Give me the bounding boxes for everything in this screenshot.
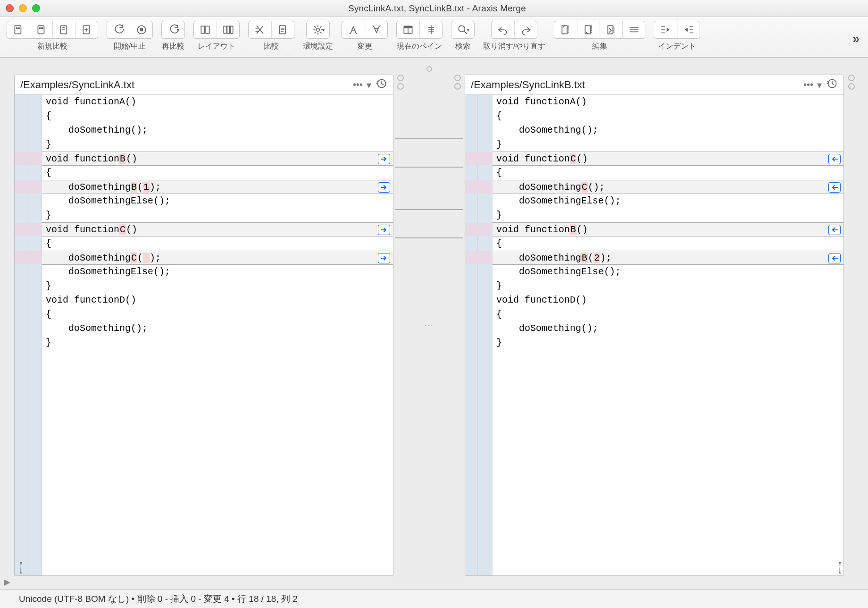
merge-left-button[interactable]	[828, 154, 841, 164]
left-nav-arrows[interactable]: ⭱⭳	[17, 562, 25, 574]
code-line[interactable]: }	[492, 279, 843, 293]
code-line[interactable]: doSomethingC( );	[42, 251, 393, 265]
code-line[interactable]: {	[492, 307, 843, 321]
chevron-down-icon[interactable]: ▾	[367, 79, 371, 91]
save-pane-icon[interactable]	[397, 21, 419, 38]
merge-right-button[interactable]	[378, 253, 390, 263]
code-line[interactable]: }	[492, 336, 843, 350]
stop-icon[interactable]	[130, 21, 152, 38]
toolbar-group-label: 環境設定	[303, 42, 333, 51]
new-3way-icon[interactable]	[30, 21, 52, 38]
recompare-icon[interactable]: ▾	[162, 21, 184, 38]
ring-icon[interactable]	[454, 75, 461, 81]
code-line[interactable]: doSomethingB(2);	[492, 251, 843, 265]
merge-right-button[interactable]	[378, 182, 390, 193]
code-line[interactable]: doSomething();	[42, 123, 393, 137]
code-line[interactable]: doSomething();	[42, 321, 393, 336]
layout-2col-icon[interactable]	[194, 21, 217, 38]
code-line[interactable]: }	[492, 137, 843, 152]
sigma-icon[interactable]	[249, 21, 271, 38]
ring-icon[interactable]	[397, 75, 404, 81]
start-icon[interactable]	[107, 21, 130, 38]
code-line[interactable]: doSomething();	[492, 123, 843, 137]
code-line[interactable]: void functionB()	[492, 222, 843, 236]
path-more-icon[interactable]: •••	[353, 79, 363, 90]
new-2way-icon[interactable]	[7, 21, 30, 38]
edit-a-icon[interactable]	[554, 21, 577, 38]
code-line[interactable]: doSomethingC();	[492, 180, 843, 194]
right-path[interactable]: /Examples/SyncLinkB.txt	[471, 79, 803, 91]
settings-icon[interactable]: ▾	[307, 21, 329, 38]
code-line[interactable]: {	[492, 109, 843, 123]
code-line[interactable]: void functionB()	[42, 152, 393, 166]
code-line[interactable]: }	[42, 137, 393, 152]
right-nav-arrows[interactable]: ⭱⭳	[836, 562, 843, 574]
new-compare-icon[interactable]	[75, 21, 98, 38]
close-icon[interactable]	[6, 4, 14, 12]
code-line[interactable]: {	[492, 236, 843, 251]
toolbar-group-label: 再比較	[162, 42, 184, 51]
history-icon[interactable]	[375, 77, 387, 92]
code-line[interactable]: void functionA()	[42, 95, 393, 109]
code-line[interactable]: }	[42, 208, 393, 222]
align-center-icon[interactable]	[419, 21, 442, 38]
merge-right-button[interactable]	[378, 225, 390, 235]
ring-icon[interactable]	[397, 83, 404, 90]
code-line[interactable]: void functionD()	[42, 293, 393, 307]
next-change-icon[interactable]	[365, 21, 387, 38]
undo-icon[interactable]	[492, 21, 514, 38]
left-path[interactable]: /Examples/SyncLinkA.txt	[20, 79, 353, 91]
code-line[interactable]: doSomethingElse();	[42, 194, 393, 208]
grip-icon[interactable]: ⋯	[424, 320, 434, 330]
code-line[interactable]: doSomethingB(1);	[42, 180, 393, 194]
edit-lines-icon[interactable]	[622, 21, 645, 38]
code-line[interactable]: void functionA()	[492, 95, 843, 109]
toolbar-group-label: インデント	[658, 42, 696, 51]
history-icon[interactable]	[826, 77, 838, 92]
code-line[interactable]: }	[42, 279, 393, 293]
toolbar-group: インデント	[654, 21, 700, 51]
minimize-icon[interactable]	[19, 4, 27, 12]
merge-left-button[interactable]	[828, 225, 841, 235]
new-folder-compare-icon[interactable]	[52, 21, 75, 38]
merge-left-button[interactable]	[828, 253, 841, 263]
code-line[interactable]: doSomethingElse();	[492, 194, 843, 208]
code-line[interactable]: doSomethingElse();	[492, 265, 843, 279]
code-line[interactable]: void functionD()	[492, 293, 843, 307]
code-line[interactable]: void functionC()	[492, 152, 843, 166]
code-line[interactable]: {	[42, 166, 393, 180]
code-line[interactable]: void functionC()	[42, 222, 393, 236]
search-icon[interactable]: ▾	[451, 21, 474, 38]
code-line[interactable]: doSomethingElse();	[42, 265, 393, 279]
ring-icon[interactable]	[848, 75, 855, 81]
ring-icon[interactable]	[454, 83, 461, 90]
chevron-down-icon[interactable]: ▾	[817, 79, 822, 91]
report-icon[interactable]	[271, 21, 294, 38]
code-line[interactable]: }	[492, 208, 843, 222]
prev-change-icon[interactable]	[342, 21, 365, 38]
svg-rect-10	[140, 28, 143, 32]
code-line[interactable]: {	[492, 166, 843, 180]
merge-right-button[interactable]	[378, 154, 390, 164]
right-editor[interactable]: void functionA(){ doSomething();}void fu…	[465, 95, 843, 575]
toolbar-group: 変更	[342, 21, 388, 51]
layout-3col-icon[interactable]	[217, 21, 239, 38]
code-line[interactable]: doSomething();	[492, 321, 843, 336]
left-editor[interactable]: void functionA(){ doSomething();}void fu…	[15, 95, 393, 575]
merge-left-button[interactable]	[828, 182, 841, 193]
play-icon[interactable]: ▶	[4, 577, 10, 587]
edit-c-icon[interactable]	[600, 21, 622, 38]
redo-icon[interactable]	[514, 21, 537, 38]
toolbar-overflow-icon[interactable]: »	[853, 32, 861, 46]
code-line[interactable]: {	[42, 307, 393, 321]
pane-divider-handle-icon[interactable]	[426, 66, 432, 72]
ring-icon[interactable]	[848, 83, 855, 90]
code-line[interactable]: }	[42, 336, 393, 350]
code-line[interactable]: {	[42, 109, 393, 123]
path-more-icon[interactable]: •••	[803, 79, 813, 90]
zoom-icon[interactable]	[32, 4, 40, 12]
outdent-icon[interactable]	[654, 21, 677, 38]
indent-icon[interactable]	[677, 21, 700, 38]
edit-b-icon[interactable]	[577, 21, 600, 38]
code-line[interactable]: {	[42, 236, 393, 251]
